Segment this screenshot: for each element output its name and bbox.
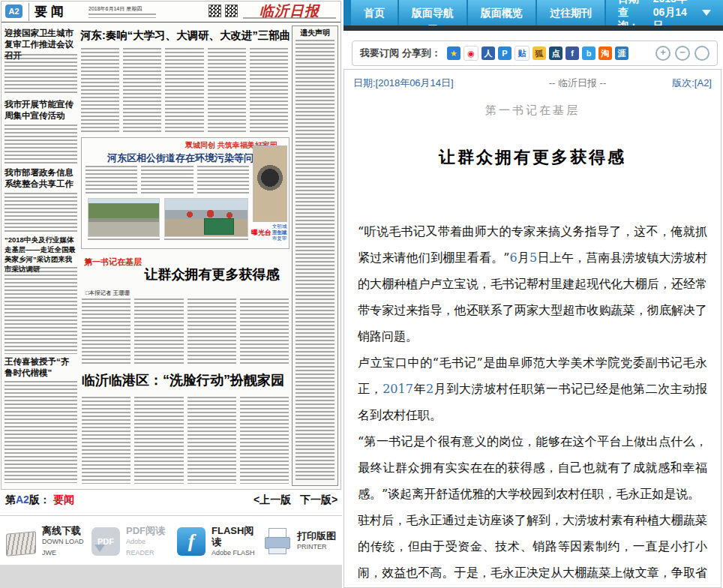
newsprint-text-block	[4, 124, 77, 164]
page-pagination: <上一版 下一版>	[248, 494, 338, 507]
nav-page-navigation-label: 版面导航	[412, 7, 454, 19]
nav-home[interactable]: 首页	[351, 0, 398, 26]
download-sublabel: DOWN LOAD JWE	[42, 536, 86, 559]
chevron-down-icon	[702, 10, 711, 16]
zoom-controls: + −	[656, 46, 710, 61]
zoom-reset-button[interactable]	[694, 46, 710, 61]
headline-lingang-action[interactable]: 临沂临港区：“洗脸行动”扮靓家园	[82, 371, 290, 389]
expose-tag: 曝光台	[251, 230, 272, 236]
street-photo	[88, 198, 160, 237]
nav-page-overview[interactable]: 版面概览	[468, 0, 536, 26]
download-label: 离线下载	[42, 525, 86, 536]
printer-icon	[262, 527, 291, 556]
print-version-button[interactable]: 打印版图 PRINTER	[256, 527, 342, 556]
nav-bottom-strip	[344, 26, 723, 31]
download-label: FLASH阅读	[212, 525, 256, 548]
expose-caption: 文明城市创建 卫生城市复审 曝光台	[251, 224, 289, 230]
offline-download-button[interactable]: 离线下载 DOWN LOAD JWE	[0, 525, 86, 559]
byline: □本报记者 王珊珊	[86, 290, 130, 297]
pdf-icon: PDF	[92, 527, 120, 556]
prev-page-link[interactable]: <上一版	[254, 494, 291, 506]
tianya-share-icon[interactable]: 涯	[615, 46, 628, 60]
newsprint-text-block	[81, 48, 288, 134]
section-title: 要闻	[28, 3, 68, 21]
manhole-photo	[253, 146, 287, 222]
article-body: “听说毛书记又带着曲师大的专家来搞义务指导了，这不，俺就抓紧过来请他们到棚里看看…	[344, 218, 721, 588]
classified-title: 遗失声明	[292, 28, 338, 38]
flash-read-button[interactable]: f FLASH阅读 Adobe FLASH	[171, 525, 256, 559]
expose-caption-line2: 卫生城市复审	[270, 230, 289, 242]
sohu-share-icon[interactable]: 狐	[532, 46, 546, 60]
paper-date: 2018年6月14日 星期四	[88, 5, 142, 13]
blog-share-icon[interactable]: b	[582, 46, 596, 60]
article-paper-name: -- 临沂日报 --	[511, 76, 644, 90]
masthead-contact-line	[243, 17, 336, 20]
facebook-share-icon[interactable]: f	[566, 46, 579, 60]
headline-gain-sense[interactable]: 让群众拥有更多获得感	[135, 266, 289, 284]
page-label-prefix: 第	[5, 494, 16, 506]
divider	[0, 515, 342, 516]
first-secretary-label-text: 第一书记在基层	[84, 256, 142, 268]
page-badge: A2	[5, 4, 22, 18]
top-navigation: 首页 版面导航 版面概览 过往期刊 日期查询： 2018年06月14日	[344, 0, 723, 26]
page-section: 要闻	[53, 494, 74, 506]
date-query-dropdown[interactable]: 日期查询： 2018年06月14日	[606, 0, 723, 26]
page-label: 第A2版：要闻	[5, 494, 74, 507]
zoom-out-button[interactable]: −	[675, 46, 690, 61]
share-toolbar: 我要订阅 分享到： ★ ◉ 人 P 贴 狐 点 f b 淘 涯 + −	[352, 40, 718, 66]
newsprint-text-block	[4, 193, 77, 232]
qr-code-icon	[225, 4, 238, 17]
newsprint-text-block	[4, 381, 77, 483]
nav-page-navigation[interactable]: 版面导航	[399, 0, 466, 26]
environment-article-box[interactable]: ⚑ 双城同创 共筑幸福美好家园 河东区相公街道存在环境污染等问题 文明城市创建 …	[81, 137, 290, 249]
pengyou-share-icon[interactable]: P	[498, 46, 512, 60]
page-number: A2	[16, 494, 29, 506]
article-paragraph: 驻村后，毛永正通过走访座谈了解到，大涝坡村素有种植大棚蔬菜的传统，但由于受资金、…	[358, 507, 707, 588]
share-to-label: 分享到：	[402, 46, 441, 60]
newsprint-text-block	[296, 40, 334, 482]
market-photo	[164, 198, 248, 237]
tieba-share-icon[interactable]: 贴	[514, 46, 530, 61]
article-meta-row: 日期:[2018年06月14日] -- 临沂日报 -- 版次:[A2]	[344, 70, 721, 93]
download-bar: 离线下载 DOWN LOAD JWE PDF PDF阅读 Adobe READE…	[0, 519, 342, 564]
next-page-link[interactable]: 下一版>	[300, 494, 338, 506]
headline-energy-week[interactable]: 我市开展节能宣传周集中宣传活动	[4, 99, 77, 122]
diandian-share-icon[interactable]: 点	[549, 46, 562, 60]
download-sublabel: Adobe FLASH	[212, 548, 256, 559]
sina-weibo-share-icon[interactable]: ◉	[464, 46, 478, 61]
download-label: 打印版图	[297, 530, 336, 542]
reader-panel: 首页 版面导航 版面概览 过往期刊 日期查询： 2018年06月14日 我要订阅…	[343, 0, 723, 588]
dumpster-shape	[204, 218, 234, 235]
headline-gov-info[interactable]: 我市部署政务信息系统整合共享工作	[4, 167, 77, 190]
subscribe-link[interactable]: 我要订阅	[360, 46, 399, 60]
download-sublabel: PRINTER	[297, 542, 336, 553]
headline-hedong-trilogy[interactable]: 河东:奏响“大学习、大调研、大改进”三部曲	[80, 28, 289, 43]
article-paragraph: 卢立宝口中的“毛书记”是曲阜师范大学美术学院党委副书记毛永正，2017年2月到大…	[358, 350, 707, 428]
newsprint-text-block	[4, 267, 77, 354]
article-paragraph: “第一书记是个很有意义的岗位，能够在这个平台上做出点什么，最终让群众拥有实实在在…	[358, 428, 707, 507]
qr-code-icon	[208, 4, 221, 17]
newspaper-stack-icon	[6, 531, 36, 556]
newspaper-masthead: A2 要闻 2018年6月14日 星期四 临沂日报	[2, 2, 340, 22]
download-sublabel: Adobe READER	[126, 536, 171, 559]
nav-past-issues[interactable]: 过往期刊	[537, 0, 604, 26]
pdf-read-button[interactable]: PDF PDF阅读 Adobe READER	[86, 525, 171, 559]
zoom-in-button[interactable]: +	[656, 46, 670, 61]
download-label: PDF阅读	[126, 525, 171, 536]
article-container: 日期:[2018年06月14日] -- 临沂日报 -- 版次:[A2] 第一书记…	[344, 69, 722, 588]
newsprint-text-block	[82, 397, 289, 484]
renren-share-icon[interactable]: 人	[482, 46, 495, 60]
page-label-suffix: 版：	[29, 494, 50, 506]
taobao-share-icon[interactable]: 淘	[598, 46, 612, 60]
article-edition: 版次:[A2]	[644, 76, 712, 90]
classified-column[interactable]: 遗失声明	[292, 26, 338, 486]
article-date: 日期:[2018年06月14日]	[353, 76, 511, 90]
newsprint-text-block	[82, 298, 289, 366]
newspaper-page-image[interactable]: A2 要闻 2018年6月14日 星期四 临沂日报 遗失声明 迎接国家卫生城市复…	[1, 1, 341, 490]
qzone-share-icon[interactable]: ★	[447, 46, 460, 60]
headline-role-model[interactable]: 王传喜被授予“齐鲁时代楷模”	[4, 356, 77, 379]
photo-caption	[88, 238, 160, 242]
article-paragraph: “听说毛书记又带着曲师大的专家来搞义务指导了，这不，俺就抓紧过来请他们到棚里看看…	[358, 218, 707, 350]
newsprint-text-block	[86, 166, 249, 194]
article-title: 让群众拥有更多获得感	[344, 146, 721, 169]
